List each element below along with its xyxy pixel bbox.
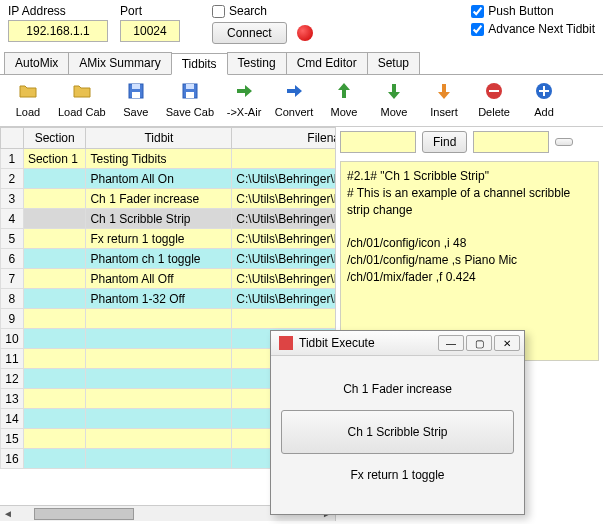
tab-amix-summary[interactable]: AMix Summary [68,52,171,74]
row-number: 7 [1,269,24,289]
connect-button[interactable]: Connect [212,22,287,44]
folder-icon [18,81,38,106]
cell-section[interactable] [23,309,86,329]
cell-section[interactable] [23,409,86,429]
cell-filename[interactable]: C:\Utils\Behringer\F [232,229,335,249]
cell-section[interactable] [23,189,86,209]
tab-testing[interactable]: Testing [227,52,287,74]
cell-section[interactable] [23,389,86,409]
table-row[interactable]: 7Phantom All OffC:\Utils\Behringer\F [1,269,336,289]
cell-tidbit[interactable]: Phantom 1-32 Off [86,289,232,309]
cell-tidbit[interactable] [86,449,232,469]
cell-tidbit[interactable]: Phantom All On [86,169,232,189]
cell-filename[interactable]: C:\Utils\Behringer\F [232,269,335,289]
cell-tidbit[interactable] [86,349,232,369]
port-label: Port [120,4,180,18]
ip-label: IP Address [8,4,108,18]
save-cab-button[interactable]: Save Cab [162,79,218,120]
cell-tidbit[interactable]: Fx return 1 toggle [86,229,232,249]
cell-filename[interactable]: C:\Utils\Behringer\F [232,189,335,209]
dialog-next-label: Fx return 1 toggle [281,468,514,482]
minimize-icon[interactable]: — [438,335,464,351]
cell-tidbit[interactable]: Testing Tidbits [86,149,232,169]
grid-header[interactable]: Filenar [232,128,335,149]
row-number: 11 [1,349,24,369]
cell-section[interactable] [23,209,86,229]
cell-section[interactable] [23,169,86,189]
find-button[interactable]: Find [422,131,467,153]
move-down-button[interactable]: Move [370,79,418,120]
close-icon[interactable]: ✕ [494,335,520,351]
tab-automix[interactable]: AutoMix [4,52,69,74]
cell-filename[interactable]: C:\Utils\Behringer\F [232,169,335,189]
table-row[interactable]: 1Section 1Testing Tidbits [1,149,336,169]
row-number: 6 [1,249,24,269]
cell-tidbit[interactable]: Phantom ch 1 toggle [86,249,232,269]
cell-filename[interactable]: C:\Utils\Behringer\F [232,249,335,269]
arrow-down-orange-icon [434,81,454,106]
cell-tidbit[interactable] [86,369,232,389]
cell-section[interactable] [23,229,86,249]
grid-header[interactable]: Section [23,128,86,149]
table-row[interactable]: 2Phantom All OnC:\Utils\Behringer\F [1,169,336,189]
load-button[interactable]: Load [4,79,52,120]
cell-section[interactable] [23,329,86,349]
cell-tidbit[interactable] [86,429,232,449]
tab-cmd-editor[interactable]: Cmd Editor [286,52,368,74]
grid-header[interactable]: Tidbit [86,128,232,149]
cell-tidbit[interactable]: Phantom All Off [86,269,232,289]
maximize-icon[interactable]: ▢ [466,335,492,351]
insert-button[interactable]: Insert [420,79,468,120]
cell-filename[interactable] [232,309,335,329]
cell-section[interactable] [23,249,86,269]
cell-tidbit[interactable]: Ch 1 Scribble Strip [86,209,232,229]
save-button[interactable]: Save [112,79,160,120]
delete-button[interactable]: Delete [470,79,518,120]
minus-red-icon [484,81,504,106]
row-number: 3 [1,189,24,209]
find-left-input[interactable] [340,131,416,153]
arrow-up-green-icon [334,81,354,106]
cell-filename[interactable] [232,149,335,169]
cell-filename[interactable]: C:\Utils\Behringer\F [232,209,335,229]
cell-section[interactable] [23,429,86,449]
find-right-input[interactable] [473,131,549,153]
dialog-execute-button[interactable]: Ch 1 Scribble Strip [281,410,514,454]
cell-section[interactable] [23,269,86,289]
ip-input[interactable] [8,20,108,42]
table-row[interactable]: 9 [1,309,336,329]
table-row[interactable]: 6Phantom ch 1 toggleC:\Utils\Behringer\F [1,249,336,269]
row-number: 1 [1,149,24,169]
cell-filename[interactable]: C:\Utils\Behringer\F [232,289,335,309]
to-xair-button[interactable]: ->X-Air [220,79,268,120]
cell-tidbit[interactable] [86,329,232,349]
row-number: 2 [1,169,24,189]
advance-checkbox[interactable] [471,23,484,36]
row-number: 9 [1,309,24,329]
tab-setup[interactable]: Setup [367,52,420,74]
cell-section[interactable] [23,349,86,369]
pushbutton-checkbox[interactable] [471,5,484,18]
convert-button[interactable]: Convert [270,79,318,120]
cell-tidbit[interactable]: Ch 1 Fader increase [86,189,232,209]
cell-section[interactable] [23,369,86,389]
grid-header[interactable] [1,128,24,149]
port-input[interactable] [120,20,180,42]
table-row[interactable]: 5Fx return 1 toggleC:\Utils\Behringer\F [1,229,336,249]
cell-section[interactable] [23,289,86,309]
arrow-down-green-icon [384,81,404,106]
cell-tidbit[interactable] [86,309,232,329]
find-extra-button[interactable] [555,138,573,146]
tab-tidbits[interactable]: Tidbits [171,53,228,75]
move-up-button[interactable]: Move [320,79,368,120]
table-row[interactable]: 4Ch 1 Scribble StripC:\Utils\Behringer\F [1,209,336,229]
load-cab-button[interactable]: Load Cab [54,79,110,120]
cell-section[interactable]: Section 1 [23,149,86,169]
cell-tidbit[interactable] [86,409,232,429]
cell-tidbit[interactable] [86,389,232,409]
cell-section[interactable] [23,449,86,469]
search-checkbox[interactable] [212,5,225,18]
table-row[interactable]: 3Ch 1 Fader increaseC:\Utils\Behringer\F [1,189,336,209]
add-button[interactable]: Add [520,79,568,120]
table-row[interactable]: 8Phantom 1-32 OffC:\Utils\Behringer\F [1,289,336,309]
